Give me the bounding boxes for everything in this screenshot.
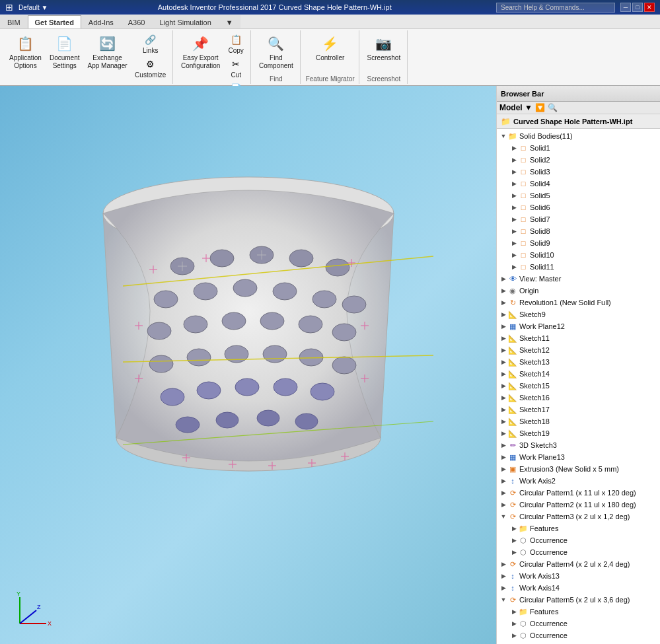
tree-arrow[interactable]: ▶ [499,452,507,462]
tree-arrow[interactable]: ▶ [510,262,518,272]
tree-item[interactable]: ▶ ⬡ Occurrence [497,629,660,641]
tree-arrow[interactable]: ▶ [510,547,518,557]
tree-arrow[interactable]: ▶ [499,571,507,581]
application-options-button[interactable]: 📋 ApplicationOptions [7,32,44,71]
tree-arrow[interactable]: ▶ [499,392,507,403]
tree-arrow[interactable]: ▶ [510,250,518,260]
tree-item[interactable]: ▶ ↻ Revolution1 (New Solid Full) [497,297,660,308]
tree-item[interactable]: ▶ 📁 Features [497,606,660,618]
tree-item[interactable]: ▶ □ Solid2 [497,154,660,166]
tree-item[interactable]: ▶ ⬡ Occurrence [497,546,660,558]
tree-arrow[interactable]: ▶ [499,428,507,439]
tree-item[interactable]: ▶ ↕ Work Axis13 [497,570,660,582]
tree-item[interactable]: ▶ ↕ Work Axis2 [497,475,660,487]
tree-arrow[interactable]: ▶ [510,190,518,201]
find-component-button[interactable]: 🔍 FindComponent [256,32,296,71]
tree-item[interactable]: ▶ ◉ Origin [497,285,660,297]
tree-item[interactable]: ▶ 📐 Sketch12 [497,344,660,356]
tree-arrow[interactable]: ▶ [499,297,507,308]
tree-item[interactable]: ▶ 📐 Sketch15 [497,380,660,392]
tree-arrow[interactable]: ▶ [510,523,518,534]
tree-arrow[interactable]: ▶ [499,285,507,296]
tree-arrow[interactable]: ▶ [510,226,518,236]
tree-arrow[interactable]: ▶ [510,238,518,248]
tree-item[interactable]: ▶ ⟳ Circular Pattern2 (x 11 ul x 180 deg… [497,499,660,511]
tree-arrow[interactable]: ▶ [499,499,507,510]
tree-item[interactable]: ▶ ⬡ Occurrence [497,534,660,546]
tree-arrow[interactable]: ▶ [499,583,507,593]
tree-item[interactable]: ▶ 📁 Features [497,522,660,534]
tree-arrow[interactable]: ▶ [499,321,507,332]
tree-arrow[interactable]: ▶ [510,166,518,177]
tree-arrow[interactable]: ▼ [499,511,507,522]
tab-light-simulation[interactable]: Light Simulation [152,15,218,28]
tree-item[interactable]: ▶ 📐 Sketch19 [497,427,660,439]
tree-arrow[interactable]: ▶ [499,273,507,284]
tree-item[interactable]: ▶ 📐 Sketch17 [497,404,660,415]
tab-dropdown[interactable]: ▼ [219,15,240,28]
viewport[interactable]: X Y Z [0,86,496,644]
tree-arrow[interactable]: ▶ [510,535,518,546]
tree-item[interactable]: ▶ 📐 Sketch9 [497,308,660,320]
tree-arrow[interactable]: ▶ [499,440,507,450]
tree-item[interactable]: ▼ 📁 Solid Bodies(11) [497,130,660,142]
tree-item[interactable]: ▶ □ Solid3 [497,166,660,178]
tree-item[interactable]: ▼ ⟳ Circular Pattern3 (x 2 ul x 1,2 deg) [497,511,660,522]
tree-arrow[interactable]: ▶ [510,143,518,153]
tree-item[interactable]: ▶ ✏ 3D Sketch3 [497,439,660,451]
tree-arrow[interactable]: ▶ [499,559,507,569]
tree-item[interactable]: ▶ ▦ Work Plane13 [497,451,660,463]
tree-arrow[interactable]: ▶ [499,487,507,498]
tree-item[interactable]: ▶ □ Solid1 [497,142,660,154]
search-icon[interactable]: 🔍 [548,103,558,112]
tree-arrow[interactable]: ▶ [499,357,507,367]
tree-arrow[interactable]: ▶ [499,333,507,343]
maximize-button[interactable]: □ [632,3,643,12]
customize-button[interactable]: ⚙ Customize [133,56,168,79]
tree-item[interactable]: ▶ ⟳ Circular Pattern4 (x 2 ul x 2,4 deg) [497,558,660,570]
cut-button[interactable]: ✂ Cut [225,56,246,79]
tree-arrow[interactable]: ▶ [510,606,518,617]
tree-item[interactable]: ▶ □ Solid5 [497,190,660,201]
screenshot-button[interactable]: 📷 Screenshot [365,32,404,63]
tree-arrow[interactable]: ▶ [510,178,518,189]
tree-item[interactable]: ▶ 📐 Sketch13 [497,356,660,368]
controller-button[interactable]: ⚡ Controller [313,32,347,63]
tree-item[interactable]: ▶ 👁 View: Master [497,273,660,285]
tree-arrow[interactable]: ▶ [510,155,518,165]
tree-arrow[interactable]: ▶ [499,380,507,391]
tree-item[interactable]: ▶ ▣ Extrusion3 (New Solid x 5 mm) [497,463,660,475]
easy-export-button[interactable]: 📌 Easy ExportConfiguration [178,32,223,71]
tree-item[interactable]: ▶ 📐 Sketch16 [497,392,660,404]
tree-arrow[interactable]: ▶ [499,345,507,355]
tree-item[interactable]: ▶ ⬡ Occurrence [497,618,660,629]
tree-arrow[interactable]: ▶ [499,369,507,379]
minimize-button[interactable]: ─ [620,3,631,12]
tree-item[interactable]: ▶ □ Solid4 [497,178,660,190]
tree-arrow[interactable]: ▶ [499,404,507,415]
tab-bim[interactable]: BIM [0,15,28,28]
tree-arrow[interactable]: ▶ [499,309,507,320]
tree-arrow[interactable]: ▼ [499,594,507,605]
tree-arrow[interactable]: ▼ [499,131,507,141]
tree-arrow[interactable]: ▶ [499,416,507,427]
tree-arrow[interactable]: ▶ [499,476,507,486]
tree-arrow[interactable]: ▶ [510,630,518,641]
tree-item[interactable]: ▶ ↕ Work Axis15 [497,641,660,644]
tree-arrow[interactable]: ▶ [499,464,507,474]
tree-item[interactable]: ▼ ⟳ Circular Pattern5 (x 2 ul x 3,6 deg) [497,594,660,606]
tree-item[interactable]: ▶ □ Solid10 [497,249,660,261]
tab-get-started[interactable]: Get Started [28,15,81,28]
tree-item[interactable]: ▶ □ Solid6 [497,201,660,213]
tree-item[interactable]: ▶ □ Solid7 [497,213,660,225]
document-settings-button[interactable]: 📄 DocumentSettings [47,32,83,71]
tree-item[interactable]: ▶ 📐 Sketch11 [497,332,660,344]
copy-button[interactable]: 📋 Copy [225,32,246,55]
tree-item[interactable]: ▶ ↕ Work Axis14 [497,582,660,594]
tree-item[interactable]: ▶ 📐 Sketch14 [497,368,660,380]
tree-arrow[interactable]: ▶ [510,618,518,629]
exchange-app-button[interactable]: 🔄 ExchangeApp Manager [85,32,130,71]
links-button[interactable]: 🔗 Links [133,32,168,55]
close-button[interactable]: ✕ [644,3,655,12]
tree-item[interactable]: ▶ ⟳ Circular Pattern1 (x 11 ul x 120 deg… [497,487,660,499]
